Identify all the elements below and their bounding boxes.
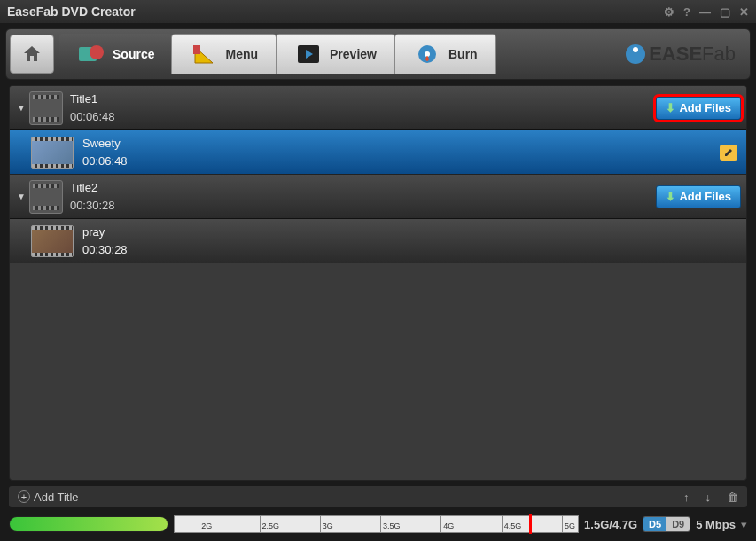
clip-info: pray 00:30:28 [82, 223, 128, 258]
add-files-label: Add Files [679, 190, 731, 203]
add-title-label: Add Title [34, 490, 79, 504]
clip-duration: 00:06:48 [82, 153, 128, 170]
bitrate-value: 5 Mbps [696, 518, 736, 531]
add-title-button[interactable]: + Add Title [18, 490, 79, 504]
clip-row[interactable]: pray 00:30:28 [10, 219, 746, 263]
delete-icon[interactable]: 🗑 [727, 490, 738, 504]
disc-type-toggle[interactable]: D5 D9 [643, 516, 690, 532]
brand-icon [626, 44, 645, 64]
tab-source-label: Source [113, 47, 154, 61]
film-icon [29, 91, 63, 125]
title-info: Title1 00:06:48 [70, 90, 115, 125]
edit-clip-button[interactable] [720, 145, 737, 161]
svg-point-1 [90, 45, 104, 59]
brand-logo: EASEFab [626, 43, 736, 66]
burn-icon [413, 42, 441, 67]
clip-thumbnail [31, 137, 74, 169]
maximize-icon[interactable]: ▢ [720, 5, 730, 19]
content-area: ▼ Title1 00:06:48 ⬇ Add Files Sweety 00:… [9, 85, 747, 481]
home-icon [21, 43, 43, 65]
tab-menu-label: Menu [225, 47, 258, 61]
tab-source[interactable]: Source [59, 34, 172, 74]
tab-preview[interactable]: Preview [276, 34, 395, 74]
title-name: Title2 [70, 179, 115, 197]
clip-info: Sweety 00:06:48 [82, 135, 128, 169]
tab-preview-label: Preview [330, 47, 377, 61]
source-icon [77, 42, 105, 67]
app-title: EaseFab DVD Creator [7, 4, 664, 19]
tab-burn[interactable]: Burn [394, 34, 496, 74]
title-info: Title2 00:30:28 [70, 179, 115, 214]
window-controls: ⚙ ? — ▢ ✕ [664, 5, 749, 19]
clip-name: pray [82, 223, 128, 241]
title-header[interactable]: ▼ Title2 00:30:28 ⬇ Add Files [10, 175, 746, 219]
clip-name: Sweety [82, 135, 128, 153]
preview-icon [294, 42, 323, 67]
plus-icon: + [18, 490, 30, 503]
capacity-meter: 0.5G 1G 1.5G [9, 516, 168, 532]
bottom-bar: + Add Title ↑ ↓ 🗑 [9, 486, 747, 507]
move-up-icon[interactable]: ↑ [683, 490, 690, 504]
move-down-icon[interactable]: ↓ [705, 490, 712, 504]
bottom-actions: ↑ ↓ 🗑 [683, 490, 738, 504]
settings-icon[interactable]: ⚙ [664, 5, 674, 19]
collapse-icon[interactable]: ▼ [17, 192, 26, 201]
capacity-marker [529, 514, 532, 534]
menu-icon [190, 42, 218, 67]
titlebar: EaseFab DVD Creator ⚙ ? — ▢ ✕ [0, 0, 756, 23]
download-icon: ⬇ [666, 101, 675, 114]
pencil-icon [723, 147, 734, 158]
tab-menu[interactable]: Menu [171, 34, 277, 74]
title-header[interactable]: ▼ Title1 00:06:48 ⬇ Add Files [10, 86, 746, 130]
clip-row[interactable]: Sweety 00:06:48 [10, 130, 746, 175]
tab-burn-label: Burn [448, 47, 478, 61]
film-icon [29, 180, 63, 214]
status-bar: 0.5G 1G 1.5G 2G 2.5G 3G 3.5G 4G 4.5G 5G … [9, 513, 747, 536]
svg-rect-2 [193, 45, 200, 54]
disc-size: 1.5G/4.7G [584, 518, 637, 531]
clip-thumbnail [31, 225, 74, 257]
download-icon: ⬇ [666, 190, 675, 203]
add-files-button[interactable]: ⬇ Add Files [656, 185, 741, 208]
home-button[interactable] [10, 35, 54, 74]
title-duration: 00:06:48 [70, 108, 115, 126]
d5-option[interactable]: D5 [643, 517, 666, 531]
help-icon[interactable]: ? [683, 5, 690, 19]
clip-duration: 00:30:28 [82, 241, 128, 259]
add-files-button[interactable]: ⬇ Add Files [656, 97, 741, 120]
title-name: Title1 [70, 90, 115, 108]
bitrate-dropdown-icon[interactable]: ▾ [741, 518, 747, 531]
minimize-icon[interactable]: — [699, 5, 711, 19]
collapse-icon[interactable]: ▼ [17, 103, 26, 113]
d9-option[interactable]: D9 [666, 517, 690, 531]
size-ruler: 2G 2.5G 3G 3.5G 4G 4.5G 5G [174, 515, 579, 533]
add-files-label: Add Files [679, 101, 731, 114]
main-toolbar: Source Menu Preview Burn EASEFab [5, 28, 751, 80]
close-icon[interactable]: ✕ [739, 5, 749, 19]
title-duration: 00:30:28 [70, 197, 115, 215]
